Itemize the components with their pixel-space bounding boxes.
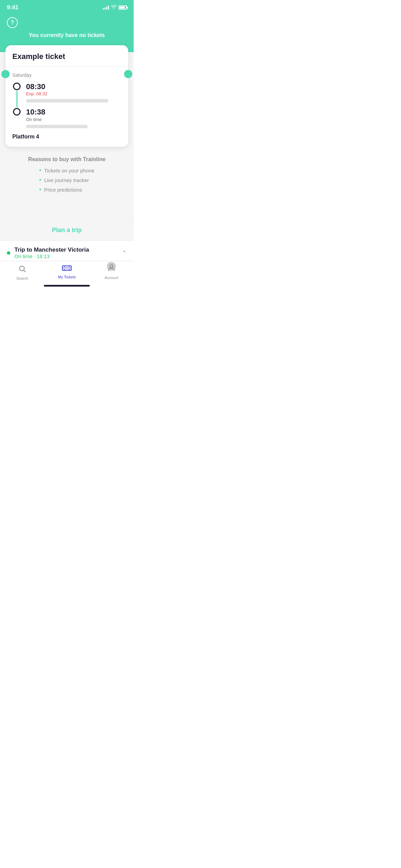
ticket-title: Example ticket: [12, 52, 121, 61]
arrival-status: On time: [26, 117, 121, 122]
no-tickets-message: You currently have no tickets: [7, 32, 127, 42]
reasons-section: Reasons to buy with Trainline Tickets on…: [0, 147, 134, 206]
tab-account[interactable]: Account: [89, 265, 134, 280]
departure-bar: [26, 99, 108, 103]
arrival-indicator: [12, 108, 21, 116]
ticket-divider: [5, 67, 128, 67]
departure-stop: 08:30 Exp. 08:32: [12, 83, 121, 108]
signal-icon: [103, 5, 109, 10]
departure-indicator: [12, 83, 21, 108]
plan-trip-button[interactable]: Plan a trip: [52, 227, 82, 234]
tab-my-tickets[interactable]: My Tickets: [45, 265, 89, 279]
status-icons: [103, 5, 127, 10]
battery-icon: [119, 5, 127, 10]
svg-point-9: [110, 265, 113, 268]
ticket-day: Saturday: [12, 72, 121, 78]
account-icon: [107, 263, 116, 274]
plan-trip-section: Plan a trip: [0, 219, 134, 241]
svg-line-1: [24, 270, 26, 272]
ticket-icon: [62, 265, 72, 274]
departure-time: 08:30: [26, 83, 121, 91]
main-content: Example ticket Saturday 08:30 Exp. 08:32: [0, 45, 134, 289]
trip-banner-left: Trip to Manchester Victoria On time · 18…: [7, 246, 89, 259]
tab-my-tickets-label: My Tickets: [58, 275, 76, 279]
tab-account-label: Account: [105, 276, 118, 280]
arrival-details: 10:38 On time: [26, 108, 121, 128]
arrival-bar: [26, 125, 88, 128]
tab-search[interactable]: Search: [0, 265, 45, 280]
reason-item-3: Price predictions: [39, 186, 94, 193]
trip-status: On time · 18:13: [14, 253, 89, 259]
trip-info: Trip to Manchester Victoria On time · 18…: [14, 246, 89, 259]
departure-details: 08:30 Exp. 08:32: [26, 83, 121, 103]
arrival-circle: [13, 108, 21, 116]
reason-item-2: Live journey tracker: [39, 177, 94, 183]
arrival-time: 10:38: [26, 108, 121, 116]
home-indicator: [44, 285, 90, 287]
status-bar: 9:41: [0, 0, 134, 14]
chevron-up-icon: ⌃: [122, 249, 127, 257]
svg-rect-2: [62, 266, 71, 270]
platform-info: Platform 4: [12, 134, 121, 140]
wifi-icon: [111, 5, 117, 10]
journey-line: [16, 91, 17, 107]
status-time: 9:41: [7, 4, 19, 11]
departure-circle: [13, 83, 21, 90]
reason-item-1: Tickets on your phone: [39, 167, 94, 173]
search-icon: [18, 265, 26, 275]
journey-container: 08:30 Exp. 08:32 10:38 On time: [12, 83, 121, 128]
help-button[interactable]: ?: [7, 17, 18, 28]
reasons-title: Reasons to buy with Trainline: [8, 156, 125, 162]
live-indicator-dot: [7, 251, 10, 255]
departure-expected: Exp. 08:32: [26, 91, 121, 96]
arrival-stop: 10:38 On time: [12, 108, 121, 128]
trip-destination: Trip to Manchester Victoria: [14, 246, 89, 253]
tab-search-label: Search: [16, 276, 28, 280]
reasons-list: Tickets on your phone Live journey track…: [39, 167, 94, 196]
example-ticket-card: Example ticket Saturday 08:30 Exp. 08:32: [5, 45, 128, 147]
